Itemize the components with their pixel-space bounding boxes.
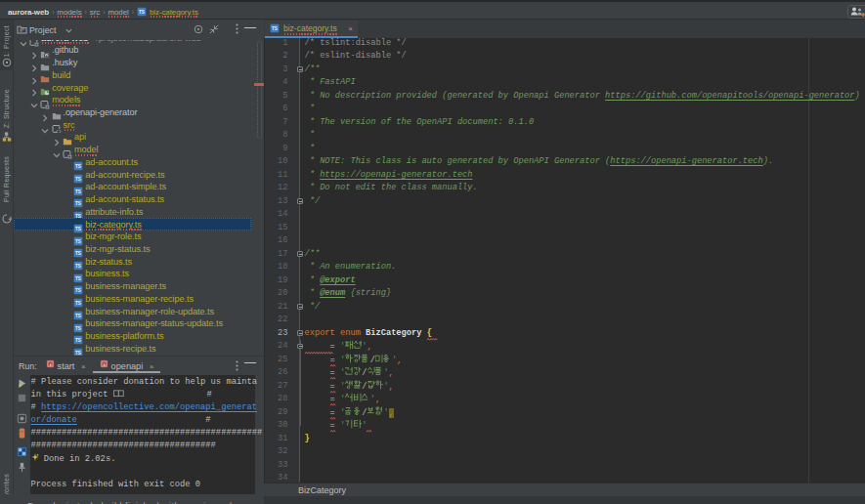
svg-text:TS: TS [272,26,278,31]
svg-text:TS: TS [139,10,145,15]
